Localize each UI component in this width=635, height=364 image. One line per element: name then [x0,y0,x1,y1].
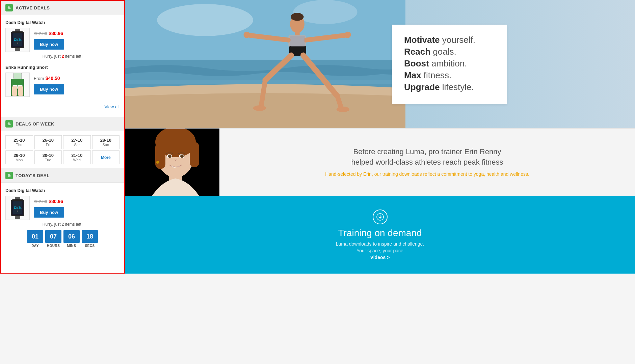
svg-text:12:34: 12:34 [14,206,22,209]
deal-item-shorts-from: From [34,76,44,81]
cal-more-link[interactable]: More [92,150,120,164]
deal-item-shorts: Erika Running Short [5,65,120,97]
main-content: Motivate yourself. Reach goals. Boost am… [125,0,635,274]
cal-day-6[interactable]: 30-10 Tue [34,150,62,164]
countdown-secs-num: 18 [82,230,98,243]
svg-rect-9 [18,86,23,96]
hero-line-5: Upgrade lifestyle. [404,82,495,92]
view-all-link[interactable]: View all [5,103,120,112]
svg-point-34 [253,105,266,111]
svg-point-45 [168,155,171,158]
deal-item-watch-image: 12:34 [5,28,30,52]
todays-deal-info: $92.00 $80.96 Buy now [34,198,64,218]
deal-item-shorts-buy-btn[interactable]: Buy now [34,84,64,94]
deal-item-watch-buy-btn[interactable]: Buy now [34,39,64,50]
active-deals-section: Dash Digital Watch 12:34 [1,15,124,117]
todays-deal-hurry: Hurry, just 2 items left! [5,222,120,227]
shorts-product-icon [8,73,27,96]
hero-line-2: Reach goals. [404,47,495,57]
trainer-banner: Before creating Luma, pro trainer Erin R… [125,128,635,196]
deal-tag-icon: % [5,4,13,11]
todays-deal-buy-btn[interactable]: Buy now [34,207,64,218]
countdown-mins-num: 06 [63,230,80,243]
deal-item-watch-name: Dash Digital Watch [5,20,120,25]
trainer-text: Before creating Luma, pro trainer Erin R… [219,137,635,188]
todays-deal-section: Dash Digital Watch 12:34 $92.00 $80.96 [1,183,124,252]
cal-day-5[interactable]: 29-10 Mon [5,150,33,164]
cal-day-3[interactable]: 27-10 Sat [63,135,91,149]
countdown-day-num: 01 [27,230,43,243]
deal-item-watch-old-price: $92.00 [34,31,47,36]
countdown-mins: 06 MINS [63,230,80,248]
countdown-hours-num: 07 [45,230,61,243]
countdown-mins-label: MINS [67,244,76,248]
hero-line-4: Max fitness. [404,70,495,81]
svg-rect-8 [12,86,17,96]
deal-item-watch-body: 12:34 $92.00 $80.96 Buy now [5,28,120,52]
deal-tag-icon-3: % [5,172,13,179]
hero-image [125,0,405,128]
deal-item-shorts-image [5,73,30,97]
countdown-secs-label: SECS [85,244,95,248]
hero-line-1: Motivate yourself. [404,35,495,45]
active-deals-title: ACTIVE DEALS [16,5,50,10]
training-sub2: Your space, your pace [132,248,628,253]
deal-item-shorts-info: From $40.50 Buy now [34,75,64,94]
training-videos-link[interactable]: Videos > [132,255,628,260]
countdown-timer: 01 DAY 07 HOURS 06 MINS 18 SECS [5,230,120,248]
cal-day-2[interactable]: 26-10 Fri [34,135,62,149]
countdown-hours: 07 HOURS [45,230,61,248]
cal-day-4[interactable]: 28-10 Sun [92,135,120,149]
deal-item-shorts-new-price: $40.50 [46,76,60,81]
training-demand-section: Training on demand Luma downloads to ins… [125,196,635,274]
svg-text:12:34: 12:34 [14,38,22,41]
countdown-day-label: DAY [31,244,39,248]
svg-point-27 [243,32,250,38]
deals-of-week-section: 25-10 Thu 26-10 Fri 27-10 Sat 28-10 Sun … [1,131,124,168]
training-sub1: Luma downloads to inspire and challenge. [132,241,628,247]
todays-deal-item-name: Dash Digital Watch [5,188,120,193]
deal-tag-icon-2: % [5,120,13,128]
svg-point-29 [345,32,351,38]
deal-item-watch-hurry: Hurry, just 2 items left! [5,54,120,59]
countdown-hours-label: HOURS [47,244,60,248]
deal-item-shorts-body: From $40.50 Buy now [5,73,120,97]
todays-deal-new-price: $80.96 [49,199,63,204]
svg-rect-42 [190,142,199,167]
todays-watch-icon: 12:34 [8,197,27,219]
todays-deal-title: TODAY'S DEAL [16,173,50,178]
countdown-secs: 18 SECS [82,230,98,248]
hero-line-3: Boost ambition. [404,58,495,69]
deal-item-watch-info: $92.00 $80.96 Buy now [34,30,64,50]
svg-rect-36 [290,36,305,47]
svg-rect-10 [15,197,20,199]
todays-deal-old-price: $92.00 [34,199,47,204]
calendar-grid: 25-10 Thu 26-10 Fri 27-10 Sat 28-10 Sun … [5,135,120,164]
todays-deal-header: % TODAY'S DEAL [1,168,124,183]
deal-item-watch-prices: $92.00 $80.96 [34,30,64,36]
cal-day-1[interactable]: 25-10 Thu [5,135,33,149]
trainer-face-svg [125,129,219,196]
svg-rect-0 [15,29,20,31]
trainer-headline: Before creating Luma, pro trainer Erin R… [233,147,621,168]
todays-deal-prices: $92.00 $80.96 [34,198,64,204]
trainer-sub: Hand-selected by Erin, our training down… [233,171,621,178]
svg-point-48 [156,161,159,164]
todays-deal-image: 12:34 [5,196,30,220]
active-deals-header: % ACTIVE DEALS [1,1,124,15]
download-icon [373,209,388,224]
svg-rect-11 [15,216,20,219]
svg-point-6 [17,43,18,44]
hero-banner: Motivate yourself. Reach goals. Boost am… [125,0,635,128]
hero-text-box: Motivate yourself. Reach goals. Boost am… [392,25,507,104]
hero-scene-svg [125,0,405,128]
svg-rect-7 [14,73,22,79]
deal-item-shorts-name: Erika Running Short [5,65,120,70]
svg-point-16 [17,211,18,212]
todays-deal-body: 12:34 $92.00 $80.96 Buy now [5,196,120,220]
svg-rect-1 [15,48,20,51]
svg-point-18 [157,4,253,36]
cal-day-7[interactable]: 31-10 Wed [63,150,91,164]
deals-of-week-title: DEALS OF WEEK [16,121,54,127]
sidebar: % ACTIVE DEALS Dash Digital Watch 12:34 [0,0,125,274]
